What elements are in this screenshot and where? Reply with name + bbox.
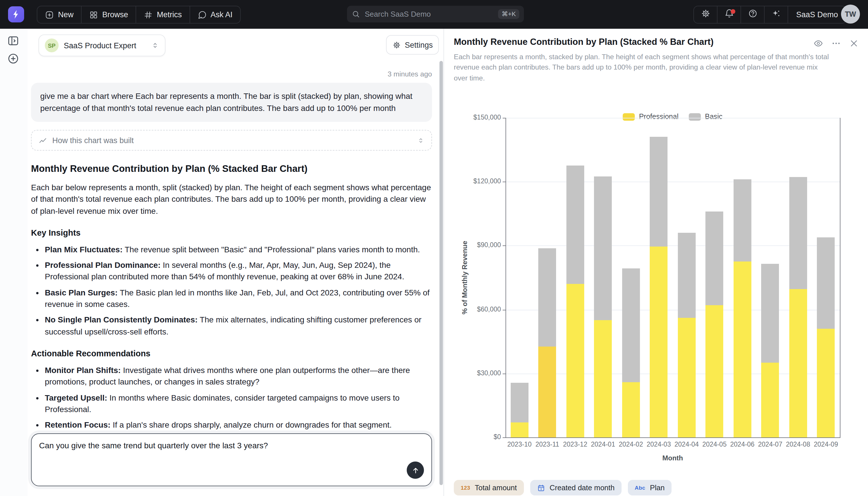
bar-segment-basic-2024-01[interactable] (594, 176, 612, 320)
y-tick-label: $120,000 (461, 177, 501, 185)
y-tick-mark (503, 374, 505, 374)
bar-segment-basic-2024-02[interactable] (622, 268, 640, 382)
insight-item: No Single Plan Consistently Dominates: T… (45, 314, 432, 337)
browse-button-label: Browse (102, 10, 128, 19)
response-intro: Each bar below represents a month, split… (31, 182, 432, 217)
field-tags: 123 Total amount Created date month Abc … (454, 480, 672, 495)
recommendation-item: Targeted Upsell: In months where Basic d… (45, 392, 432, 415)
bar-segment-basic-2024-06[interactable] (734, 179, 751, 262)
y-axis-line (505, 118, 506, 437)
metrics-button[interactable]: Metrics (136, 6, 190, 23)
insight-item: Professional Plan Dominance: In several … (45, 259, 432, 282)
insight-item: Plan Mix Fluctuates: The revenue split b… (45, 244, 432, 255)
ask-ai-button[interactable]: Ask AI (190, 6, 240, 23)
recommendations-heading: Actionable Recommendations (31, 349, 432, 358)
y-axis-line-right (840, 118, 840, 437)
bar-segment-professional-2024-04[interactable] (678, 318, 696, 437)
bar-segment-professional-2024-09[interactable] (817, 329, 835, 437)
stacked-bar-chart: % of Monthly Revenue Month $0$30,000$60,… (444, 29, 868, 496)
user-message-bubble: give me a bar chart where Each bar repre… (31, 83, 432, 122)
y-axis-title: % of Monthly Revenue (460, 118, 469, 437)
app-window: New Browse Metrics Ask AI Search SaaS De… (0, 0, 868, 496)
tag-plan-label: Plan (650, 483, 665, 492)
y-tick-mark (503, 182, 505, 182)
assistant-response: Monthly Revenue Contribution by Plan (% … (31, 163, 432, 462)
bar-segment-professional-2024-08[interactable] (789, 289, 807, 437)
panel-toggle-icon (7, 34, 19, 47)
bar-segment-basic-2023-11[interactable] (539, 248, 556, 346)
tag-total-amount[interactable]: 123 Total amount (454, 480, 524, 495)
bar-segment-professional-2023-10[interactable] (511, 422, 529, 437)
tag-total-amount-label: Total amount (475, 483, 517, 492)
search-placeholder: Search SaaS Demo (365, 10, 498, 18)
notifications-button[interactable] (718, 6, 741, 23)
new-button[interactable]: New (37, 6, 82, 23)
message-timestamp: 3 minutes ago (31, 70, 432, 79)
org-switcher[interactable]: SaaS Demo (788, 6, 846, 23)
hash-icon (144, 10, 153, 19)
bar-segment-professional-2023-12[interactable] (566, 284, 584, 437)
user-avatar[interactable]: TW (841, 4, 860, 24)
bar-segment-professional-2023-11[interactable] (539, 346, 556, 437)
plus-square-icon (45, 10, 54, 19)
settings-button-label: Settings (405, 41, 433, 49)
chat-input-value: Can you give the same trend but quarterl… (39, 440, 403, 451)
abc-icon: Abc (635, 484, 645, 491)
bar-segment-professional-2024-03[interactable] (650, 247, 668, 437)
gridline (505, 118, 840, 119)
recommendation-item: Monitor Plan Shifts: Investigate what dr… (45, 365, 432, 388)
chat-scrollbar[interactable] (439, 61, 443, 485)
global-search-input[interactable]: Search SaaS Demo ⌘+K (347, 6, 524, 22)
new-thread-button[interactable] (7, 52, 19, 65)
bar-segment-professional-2024-07[interactable] (761, 363, 779, 437)
bar-segment-basic-2024-09[interactable] (817, 237, 835, 329)
toggle-sidebar-button[interactable] (7, 34, 19, 47)
browse-button[interactable]: Browse (82, 6, 136, 23)
how-chart-built-toggle[interactable]: How this chart was built (31, 130, 432, 151)
tag-created-date-month[interactable]: Created date month (530, 480, 621, 495)
bar-segment-basic-2024-08[interactable] (789, 177, 807, 289)
agent-avatar: SP (45, 38, 59, 52)
app-logo[interactable] (8, 6, 24, 22)
agent-selector[interactable]: SP SaaS Product Expert (38, 34, 165, 56)
chat-sparkle-icon (197, 10, 207, 19)
ai-sparkles-button[interactable] (765, 6, 788, 23)
y-tick-mark (503, 437, 505, 438)
bar-segment-professional-2024-02[interactable] (622, 382, 640, 437)
bar-segment-basic-2023-12[interactable] (566, 166, 584, 284)
bar-segment-basic-2024-07[interactable] (761, 264, 779, 363)
top-navbar: New Browse Metrics Ask AI Search SaaS De… (0, 0, 868, 29)
settings-button[interactable]: Settings (386, 35, 439, 55)
y-tick-mark (503, 310, 505, 310)
bar-segment-basic-2023-10[interactable] (511, 383, 529, 422)
gear-icon (701, 9, 710, 21)
x-axis-title: Month (505, 454, 840, 462)
chevron-updown-icon (151, 41, 159, 49)
bar-segment-professional-2024-05[interactable] (706, 305, 724, 437)
ask-ai-button-label: Ask AI (211, 10, 232, 19)
grid-icon (89, 10, 98, 19)
send-button[interactable] (407, 462, 424, 479)
chat-input[interactable]: Can you give the same trend but quarterl… (31, 433, 432, 486)
gear-icon (392, 41, 401, 49)
bar-segment-basic-2024-04[interactable] (678, 233, 696, 318)
lightning-bolt-icon (11, 9, 21, 19)
y-tick-label: $0 (461, 433, 501, 440)
y-tick-label: $60,000 (461, 306, 501, 312)
bar-segment-professional-2024-01[interactable] (594, 320, 612, 437)
recommendation-item: Retention Focus: If a plan's share drops… (45, 419, 432, 431)
new-button-label: New (58, 10, 74, 19)
y-tick-mark (503, 118, 505, 119)
recommendations-list: Monitor Plan Shifts: Investigate what dr… (31, 365, 432, 431)
arrow-up-icon (411, 466, 420, 475)
bar-segment-basic-2024-05[interactable] (706, 212, 724, 305)
response-title: Monthly Revenue Contribution by Plan (% … (31, 163, 432, 174)
help-button[interactable] (741, 6, 765, 23)
navbar-right-group: SaaS Demo (693, 6, 847, 24)
bar-segment-basic-2024-03[interactable] (650, 137, 668, 247)
bar-segment-professional-2024-06[interactable] (734, 262, 751, 437)
chat-scroll-area: 3 minutes ago give me a bar chart where … (31, 70, 432, 462)
agent-name: SaaS Product Expert (64, 41, 136, 50)
tag-plan[interactable]: Abc Plan (628, 480, 672, 495)
settings-gear-button[interactable] (694, 6, 718, 23)
